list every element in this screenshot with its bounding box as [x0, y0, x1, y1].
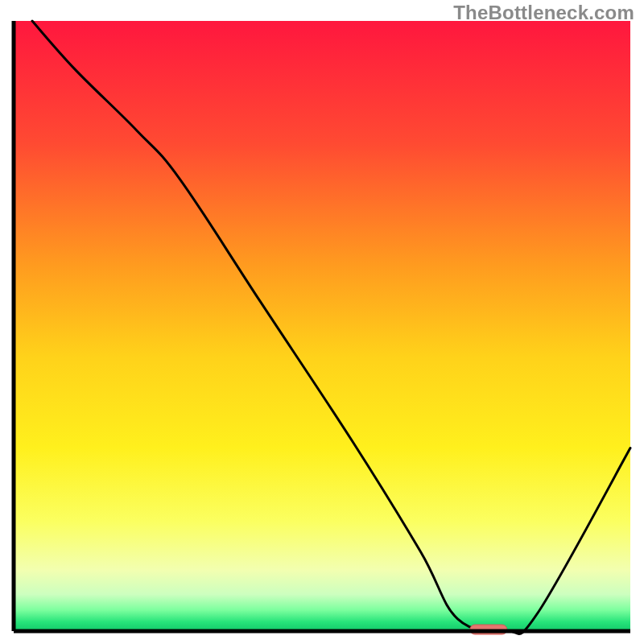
bottleneck-curve-chart	[0, 0, 644, 644]
chart-root: TheBottleneck.com	[0, 0, 644, 644]
watermark-text: TheBottleneck.com	[453, 2, 634, 24]
gradient-background	[14, 21, 630, 631]
